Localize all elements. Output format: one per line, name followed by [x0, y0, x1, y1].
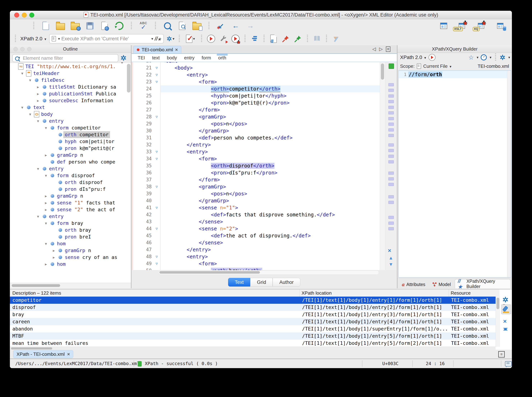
view-button-text[interactable]: Text	[228, 278, 250, 286]
occurrence-mark[interactable]	[388, 134, 394, 137]
code-line-49[interactable]: 49▽ <form>	[132, 260, 380, 267]
outline-item-form[interactable]: ▼form disproof	[10, 172, 131, 179]
xpath-settings-button[interactable]: ▾	[167, 34, 174, 43]
view-button-author[interactable]: Author	[273, 278, 300, 286]
xpath-engine-dropdown[interactable]: XPath 2.0 ▾	[400, 55, 426, 60]
outline-item-hom[interactable]: ▶hom	[10, 261, 131, 267]
code-line-48[interactable]: 48▽ <entry>	[132, 253, 380, 260]
occurrence-mark[interactable]	[388, 94, 394, 98]
expand-icon[interactable]: ▼	[35, 165, 41, 172]
editor-horizontal-scrollbar[interactable]	[158, 270, 379, 275]
breadcrumb-item-orth[interactable]: orth	[218, 54, 226, 62]
expand-icon[interactable]: ▶	[43, 261, 49, 267]
find-in-files-button[interactable]	[177, 21, 187, 31]
occurrence-mark[interactable]	[388, 227, 394, 230]
fold-marker-icon[interactable]: ▽	[153, 183, 160, 190]
expand-icon[interactable]: ▼	[43, 220, 49, 227]
code-line-28[interactable]: 28▽ <gramGrp>	[132, 113, 380, 120]
xpath-panel-header[interactable]: XPath/XQuery Builder	[398, 45, 512, 53]
breadcrumb-item-body[interactable]: body	[167, 54, 177, 62]
code-line-25[interactable]: 25 <hyph>com|peti|tor</hyph>	[132, 92, 380, 99]
outline-item-orth[interactable]: orth competitor	[10, 131, 131, 138]
xpath-expression-editor[interactable]: 1 //form/orth	[398, 70, 511, 278]
code-line-23[interactable]: 23▽ <form>	[132, 78, 380, 85]
validation-status-icon[interactable]	[389, 63, 394, 69]
occurrence-mark[interactable]	[388, 89, 394, 92]
xpath-expression-combo[interactable]: ▾ Execute XPath on 'Current File' ▾ //★	[49, 34, 164, 43]
fold-marker-icon[interactable]: ▽	[153, 204, 160, 211]
expand-icon[interactable]: ▼	[35, 213, 41, 220]
results-header-resource[interactable]: Resource	[449, 289, 500, 297]
occurrence-mark[interactable]	[388, 177, 394, 180]
code-line-26[interactable]: 26 <pron>k@m"petit@(r)</pron>	[132, 99, 380, 106]
occurrence-mark[interactable]	[388, 195, 394, 198]
outline-item-form[interactable]: ▼form competitor	[10, 124, 131, 131]
outline-item-gramGrp[interactable]: ▶gramGrp n	[10, 152, 131, 159]
outline-item-teiHeader[interactable]: ▼teiHeader	[10, 70, 131, 77]
result-row[interactable]: abandon/TEI[1]/text[1]/body[1]/superEntr…	[10, 325, 496, 332]
code-line-42[interactable]: 42 <def>facts that disprove something.</…	[132, 211, 380, 218]
fold-marker-icon[interactable]: ▽	[153, 113, 160, 120]
expand-icon[interactable]: ▼	[19, 70, 26, 77]
breadcrumb-item-text[interactable]: text	[152, 54, 159, 62]
outline-item-titleStmt[interactable]: ▶titleStmt Dictionary sa	[10, 84, 131, 90]
occurrence-mark[interactable]	[388, 117, 394, 120]
code-line-32[interactable]: 32 </entry>	[132, 141, 380, 148]
format-indent-file-button[interactable]	[269, 34, 278, 43]
code-line-45[interactable]: 45 <def>the act of disproving.</def>	[132, 232, 380, 239]
expand-icon[interactable]: ▼	[43, 240, 49, 247]
close-tab-icon[interactable]: ×	[67, 352, 70, 356]
element-name-filter-input[interactable]	[12, 54, 118, 62]
code-line-34[interactable]: 34▽ <form>	[132, 155, 380, 162]
database-perspective-button[interactable]	[494, 21, 507, 31]
close-tab-icon[interactable]: ×	[175, 47, 178, 52]
save-button[interactable]	[85, 21, 95, 31]
tab-tei-combo[interactable]: TEI-combo.xml ×	[133, 46, 181, 53]
expand-icon[interactable]: ▼	[19, 104, 26, 111]
code-line-43[interactable]: 43 </sense>	[132, 218, 380, 225]
outline-item-gramGrp[interactable]: ▶gramGrp n	[10, 192, 131, 199]
occurrence-mark[interactable]	[388, 216, 394, 219]
debug-transformation-button[interactable]	[231, 34, 240, 43]
xpath-version-dropdown[interactable]: XPath 2.0 ▾	[20, 36, 46, 42]
result-row[interactable]: careen/TEI[1]/text[1]/body[1]/entry[4]/f…	[10, 318, 496, 325]
outline-item-def[interactable]: def person who compe	[10, 159, 131, 165]
code-line-31[interactable]: 31 <def>person who competes.</def>	[132, 134, 380, 141]
code-line-38[interactable]: 38▽ <gramGrp>	[132, 183, 380, 190]
next-tab-icon[interactable]: ▷	[379, 46, 383, 52]
view-list-icon[interactable]: ≡	[498, 351, 505, 358]
highlight-results-button[interactable]	[501, 304, 511, 314]
code-line-33[interactable]: 33▽ <entry>	[132, 148, 380, 155]
code-line-21[interactable]: 21▽ <body>	[132, 64, 380, 71]
find-replace-button[interactable]	[163, 21, 172, 31]
fold-marker-icon[interactable]: ▽	[153, 225, 160, 232]
occurrence-mark[interactable]	[388, 106, 394, 109]
code-line-35[interactable]: 35 <orth>disproof</orth>	[132, 162, 380, 169]
next-occurrence-icon[interactable]: ▼	[389, 262, 393, 267]
outline-item-sense[interactable]: ▶sense "1" facts that	[10, 199, 131, 206]
code-line-20[interactable]: 20▽<text>	[132, 62, 380, 64]
code-line-36[interactable]: 36 <pron>dIs"pru:f</pron>	[132, 169, 380, 176]
code-line-30[interactable]: 30 </gramGrp>	[132, 127, 380, 134]
panel-tab-attributes[interactable]: aAttributes	[399, 280, 428, 288]
editor-vertical-scrollbar[interactable]	[380, 62, 385, 270]
validate-button[interactable]: ✓ ▾	[184, 34, 197, 43]
navigate-back-button[interactable]: ←	[231, 21, 240, 31]
fold-marker-icon[interactable]: ▽	[153, 78, 160, 85]
save-to-url-button[interactable]	[100, 21, 109, 31]
outline-item-hyph[interactable]: hyph com|peti|tor	[10, 138, 131, 145]
fold-marker-icon[interactable]: ▽	[153, 260, 160, 267]
debug-xslt-button[interactable]: XSLT	[456, 21, 468, 31]
expression-line[interactable]: 1 //form/orth	[399, 71, 511, 78]
associate-schema-button[interactable]	[281, 34, 290, 43]
expand-icon[interactable]: ▼	[35, 118, 41, 124]
indent-lines-button[interactable]	[250, 34, 259, 43]
remove-result-button[interactable]: ×	[503, 318, 507, 325]
expand-icon[interactable]: ▼	[27, 111, 34, 118]
prev-tab-icon[interactable]: ◁	[372, 46, 376, 52]
code-editor[interactable]: 20▽<text>21▽ <body>22▽ <entry>23▽ <form>…	[132, 62, 397, 270]
fold-marker-icon[interactable]: ▽	[153, 253, 160, 260]
fold-marker-icon[interactable]: ▽	[153, 148, 160, 155]
configure-transformation-button[interactable]	[219, 34, 228, 43]
expand-icon[interactable]: ▶	[35, 90, 41, 97]
